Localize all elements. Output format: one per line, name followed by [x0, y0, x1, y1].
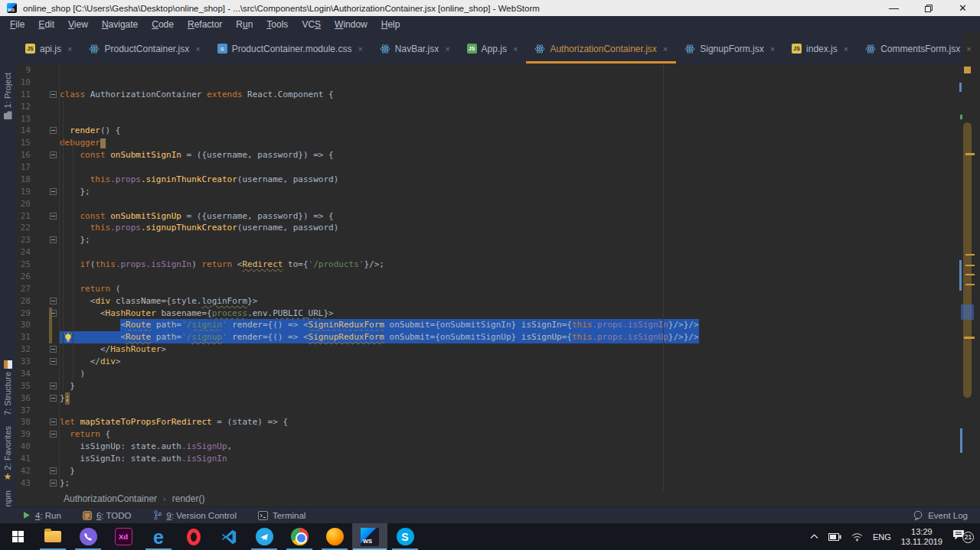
code-line[interactable]: 12	[15, 101, 980, 113]
tab-close-icon[interactable]: ×	[513, 44, 518, 54]
code-text[interactable]: <Route path='/signup' render={() => <Sig…	[60, 331, 980, 343]
tab-close-icon[interactable]: ×	[663, 44, 668, 54]
code-line[interactable]: 24	[15, 246, 980, 259]
minimize-button[interactable]: —	[877, 0, 911, 16]
stripe-button-star[interactable]: 2: Favorites★	[0, 426, 15, 481]
code-line[interactable]: 38let mapStateToPropsForRedirect = (stat…	[15, 416, 980, 428]
code-text[interactable]: };	[60, 477, 980, 490]
tab-commentsform-jsx[interactable]: CommentsForm.jsx×	[857, 33, 979, 64]
code-line[interactable]: 29 <HashRouter basename={process.env.PUB…	[15, 308, 980, 320]
tab-productcontainer-module-css[interactable]: ≡ProductContainer.module.css×	[209, 33, 371, 64]
tray-expand-icon[interactable]	[810, 534, 818, 539]
taskbar-app-adobe-xd[interactable]: Xd	[106, 523, 141, 550]
tab-app-js[interactable]: JSApp.js×	[459, 33, 527, 64]
tab-index-js[interactable]: JSindex.js×	[783, 33, 857, 64]
fold-end-icon[interactable]	[50, 188, 57, 195]
tab-close-icon[interactable]: ×	[844, 44, 848, 54]
taskbar-app-opera[interactable]	[176, 523, 211, 550]
code-line[interactable]: 11class AuthorizationContainer extends R…	[15, 89, 980, 101]
menu-item-help[interactable]: Help	[374, 19, 407, 30]
code-line[interactable]: 13	[15, 113, 980, 125]
code-line[interactable]: 39 return {	[15, 428, 980, 441]
code-line[interactable]: 14 render() {	[15, 125, 980, 137]
code-text[interactable]: };	[60, 234, 980, 246]
code-text[interactable]	[60, 271, 980, 283]
code-text[interactable]: <HashRouter basename={process.env.PUBLIC…	[60, 308, 980, 320]
tab-close-icon[interactable]: ×	[770, 44, 775, 54]
breadcrumb-item-method[interactable]: render()	[172, 493, 205, 504]
taskbar-app-edge[interactable]: e	[141, 523, 176, 550]
code-line[interactable]: 9	[15, 64, 980, 76]
menu-item-vcs[interactable]: VCS	[295, 19, 328, 30]
stripe-button-structure[interactable]: 7: Structure	[0, 360, 15, 415]
scrollbar-thumb[interactable]	[963, 122, 972, 398]
code-line[interactable]: 30 <Route path='/signin' render={() => <…	[15, 319, 980, 331]
code-text[interactable]	[60, 405, 980, 417]
code-line[interactable]: 27 return (	[15, 283, 980, 295]
code-line[interactable]: 34 )	[15, 368, 980, 380]
code-text[interactable]: this.props.signinThunkCreator(username, …	[60, 174, 980, 186]
editor-scrollbar[interactable]	[959, 64, 975, 490]
taskbar-app-skype[interactable]: S	[387, 523, 423, 550]
code-text[interactable]: let mapStateToPropsForRedirect = (state)…	[60, 416, 980, 428]
code-line[interactable]: 18 this.props.signinThunkCreator(usernam…	[15, 174, 980, 186]
code-text[interactable]	[60, 246, 980, 259]
code-line[interactable]: 23 };	[15, 234, 980, 246]
code-text[interactable]: return (	[60, 283, 980, 295]
menu-item-edit[interactable]: Edit	[31, 19, 61, 30]
fold-collapse-icon[interactable]	[50, 91, 57, 98]
stripe-button-project[interactable]: 1: Project	[0, 73, 15, 119]
code-text[interactable]: }	[60, 465, 980, 477]
fold-end-icon[interactable]	[50, 236, 57, 243]
restore-button[interactable]	[911, 0, 946, 16]
menu-item-refactor[interactable]: Refactor	[181, 19, 229, 30]
clock[interactable]: 13:29 13.11.2019	[901, 527, 942, 546]
menu-item-navigate[interactable]: Navigate	[95, 19, 145, 30]
code-text[interactable]: </div>	[60, 356, 980, 368]
taskbar-app-chrome[interactable]	[282, 523, 317, 550]
fold-collapse-icon[interactable]	[50, 127, 57, 134]
code-text[interactable]	[60, 64, 980, 76]
close-button[interactable]: ✕	[946, 0, 980, 16]
code-line[interactable]: 19 };	[15, 186, 980, 198]
tab-signupform-jsx[interactable]: SignupForm.jsx×	[676, 33, 783, 64]
tab-close-icon[interactable]: ×	[67, 44, 72, 54]
code-text[interactable]: return {	[60, 428, 980, 441]
code-line[interactable]: 22 this.props.signupThunkCreator(usernam…	[15, 222, 980, 234]
notification-center-button[interactable]: 21	[952, 529, 971, 545]
battery-icon[interactable]	[828, 533, 841, 541]
code-text[interactable]: <Route path='/signin' render={() => <Sig…	[60, 319, 980, 331]
tab-close-icon[interactable]: ×	[195, 44, 200, 54]
code-text[interactable]: };	[60, 392, 980, 405]
breadcrumb-item-class[interactable]: AuthorizationContainer	[64, 493, 157, 504]
code-line[interactable]: 26	[15, 271, 980, 283]
taskbar-app-telegram[interactable]	[247, 523, 282, 550]
code-text[interactable]: <div className={style.loginForm}>	[60, 295, 980, 308]
fold-collapse-icon[interactable]	[50, 310, 57, 317]
fold-collapse-icon[interactable]	[50, 298, 57, 304]
code-text[interactable]: const onSubmitSignUp = ({username, passw…	[60, 210, 980, 223]
code-text[interactable]: )	[60, 368, 980, 380]
code-line[interactable]: 15debugger	[15, 137, 980, 149]
fold-end-icon[interactable]	[50, 480, 57, 487]
toolbar-button-terminal[interactable]: Terminal	[258, 511, 305, 520]
fold-end-icon[interactable]	[50, 358, 57, 365]
code-text[interactable]	[60, 113, 980, 125]
menu-item-file[interactable]: File	[3, 19, 31, 30]
file-status-indicator[interactable]	[964, 67, 971, 73]
code-line[interactable]: 42 }	[15, 465, 980, 477]
tab-close-icon[interactable]: ×	[445, 44, 449, 54]
code-line[interactable]: 41 isSignIn: state.auth.isSignIn	[15, 453, 980, 465]
language-indicator[interactable]: ENG	[873, 532, 891, 542]
fold-collapse-icon[interactable]	[50, 418, 57, 425]
taskbar-app-webstorm[interactable]: WS	[352, 523, 387, 550]
code-text[interactable]: if(this.props.isSignIn) return <Redirect…	[60, 259, 980, 271]
code-line[interactable]: 31 <Route path='/signup' render={() => <…	[15, 331, 980, 343]
fold-end-icon[interactable]	[50, 382, 57, 389]
tab-productcontainer-jsx[interactable]: ProductContainer.jsx×	[80, 33, 208, 64]
code-line[interactable]: 40 isSignUp: state.auth.isSignUp,	[15, 441, 980, 453]
fold-collapse-icon[interactable]	[50, 213, 57, 220]
code-text[interactable]: render() {	[60, 125, 980, 137]
code-text[interactable]: const onSubmitSignIn = ({username, passw…	[60, 149, 980, 161]
tab-navbar-jsx[interactable]: NavBar.jsx×	[371, 33, 459, 64]
